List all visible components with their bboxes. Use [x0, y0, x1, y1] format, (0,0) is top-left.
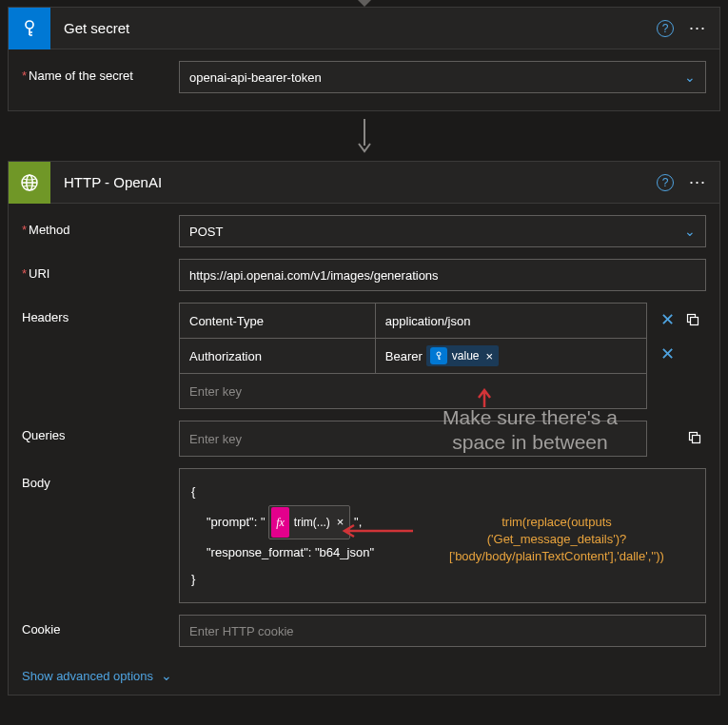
chevron-down-icon: ⌄: [684, 69, 696, 85]
action-card-get-secret: Get secret ? ··· Name of the secret open…: [8, 7, 720, 111]
headers-table: Content-Type application/json Authorizat…: [179, 303, 647, 409]
flow-arrow: [0, 118, 728, 154]
header-row-new: Enter key: [180, 374, 646, 408]
header-row: Content-Type application/json: [180, 304, 646, 339]
svg-rect-9: [693, 436, 700, 443]
keyvault-icon: [9, 8, 50, 49]
uri-label: URI: [22, 259, 179, 291]
more-icon[interactable]: ···: [689, 18, 706, 38]
body-label: Body: [22, 468, 179, 490]
action-card-http: HTTP - OpenAI ? ··· Method POST ⌄ URI ht…: [8, 161, 720, 696]
chevron-down-icon: ⌄: [161, 668, 172, 683]
help-icon[interactable]: ?: [657, 174, 674, 191]
card-header[interactable]: Get secret ? ···: [9, 8, 719, 49]
queries-label: Queries: [22, 421, 179, 442]
cookie-input[interactable]: Enter HTTP cookie: [179, 615, 706, 647]
help-icon[interactable]: ?: [657, 20, 674, 37]
secret-name-select[interactable]: openai-api-bearer-token ⌄: [179, 61, 706, 93]
fx-icon: fx: [271, 507, 289, 538]
headers-label: Headers: [22, 303, 179, 324]
header-key-input[interactable]: Authorization: [180, 339, 376, 373]
method-label: Method: [22, 215, 179, 247]
remove-token-icon[interactable]: ×: [337, 509, 344, 536]
header-value-input[interactable]: application/json: [376, 304, 646, 338]
card-title: HTTP - OpenAI: [50, 174, 657, 190]
remove-header-button[interactable]: ✕: [653, 303, 681, 337]
chevron-down-icon: ⌄: [684, 224, 696, 239]
more-icon[interactable]: ···: [689, 172, 706, 192]
header-row: Authorization Bearer value ×: [180, 339, 646, 374]
card-header[interactable]: HTTP - OpenAI ? ···: [9, 162, 719, 204]
secret-name-label: Name of the secret: [22, 61, 179, 93]
cookie-label: Cookie: [22, 615, 179, 647]
card-title: Get secret: [50, 20, 657, 36]
svg-point-0: [26, 21, 33, 29]
header-key-input[interactable]: Content-Type: [180, 304, 376, 338]
switch-mode-button[interactable]: [681, 308, 704, 331]
collapse-triangle-icon: [358, 0, 371, 7]
keyvault-icon: [430, 347, 447, 364]
show-advanced-link[interactable]: Show advanced options ⌄: [9, 664, 172, 683]
svg-rect-7: [691, 318, 698, 325]
remove-token-icon[interactable]: ×: [486, 349, 494, 363]
switch-mode-button[interactable]: [683, 426, 706, 449]
dynamic-token-value[interactable]: value ×: [426, 345, 499, 366]
query-key-input[interactable]: Enter key: [180, 421, 646, 456]
header-value-input[interactable]: Bearer value ×: [376, 339, 646, 373]
header-key-input[interactable]: Enter key: [180, 374, 646, 408]
body-input[interactable]: { "prompt": " fx trim(...) × ", "respons…: [179, 468, 706, 603]
svg-point-5: [437, 352, 441, 356]
queries-table: Enter key: [179, 421, 647, 457]
uri-input[interactable]: https://api.openai.com/v1/images/generat…: [179, 259, 706, 291]
query-row-new: Enter key: [180, 421, 646, 456]
method-select[interactable]: POST ⌄: [179, 215, 706, 247]
remove-header-button[interactable]: ✕: [653, 337, 681, 371]
http-icon: [9, 162, 50, 204]
expression-token[interactable]: fx trim(...) ×: [268, 505, 350, 539]
